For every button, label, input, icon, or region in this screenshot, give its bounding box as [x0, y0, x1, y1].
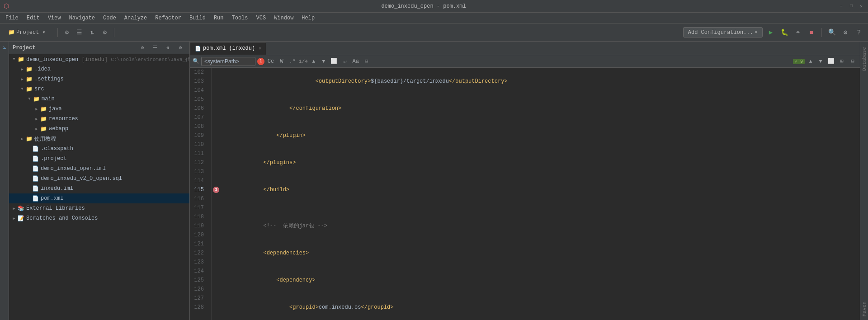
- tree-item-scratches[interactable]: ▶ 📝 Scratches and Consoles: [9, 213, 189, 223]
- tree-label-scratches: Scratches and Consoles: [26, 215, 98, 221]
- tree-item-iml1[interactable]: ▶ 📄 demo_inxedu_open.iml: [9, 164, 189, 174]
- tab-close-icon[interactable]: ✕: [259, 46, 261, 51]
- check-count-badge: ✓ 9: [793, 59, 805, 64]
- menu-edit[interactable]: Edit: [23, 14, 43, 22]
- menu-refactor[interactable]: Refactor: [151, 14, 185, 22]
- tree-item-external-libs[interactable]: ▶ 📚 External Libraries: [9, 203, 189, 213]
- search-filter-results-btn[interactable]: ⊟: [848, 57, 857, 66]
- gutter-128[interactable]: [212, 303, 221, 312]
- tree-item-root[interactable]: ▼ 📁 demo_inxedu_open [inxedu] C:\Tools\e…: [9, 54, 189, 64]
- tree-item-sql[interactable]: ▶ 📄 demo_inxedu_v2_0_open.sql: [9, 174, 189, 184]
- step-indicator-3: 3: [213, 187, 219, 193]
- gutter-111: [212, 149, 221, 158]
- search-prev-button[interactable]: ▲: [310, 57, 318, 66]
- gutter-103[interactable]: [212, 77, 221, 86]
- project-panel-icon[interactable]: P: [0, 43, 9, 52]
- settings-button[interactable]: ⚙: [840, 27, 851, 38]
- tree-label-settings: .settings: [34, 76, 64, 82]
- tree-item-iml2[interactable]: ▶ 📄 inxedu.iml: [9, 184, 189, 193]
- tree-item-pom[interactable]: ▶ 📄 pom.xml: [9, 193, 189, 203]
- sidebar-title-text: Project: [13, 45, 35, 51]
- match-case-btn[interactable]: Cc: [266, 57, 275, 66]
- tree-item-java[interactable]: ▶ 📁 java: [9, 104, 189, 114]
- menu-view[interactable]: View: [44, 14, 65, 22]
- tree-item-main[interactable]: ▼ 📁 main: [9, 94, 189, 104]
- line-num-114: 114: [190, 176, 208, 185]
- search-expand-btn[interactable]: ⬜: [826, 57, 835, 66]
- gutter-106[interactable]: [212, 104, 221, 113]
- code-line-110: <dependency>: [224, 267, 860, 294]
- tree-item-settings[interactable]: ▶ 📁 .settings: [9, 74, 189, 84]
- menu-run[interactable]: Run: [210, 14, 227, 22]
- right-panel-label-databases[interactable]: Database: [862, 47, 867, 71]
- sidebar-sort-icon[interactable]: ⇅: [162, 42, 173, 53]
- title-bar: ⬡ demo_inxedu_open - pom.xml – □ ✕: [0, 0, 868, 13]
- menu-help[interactable]: Help: [298, 14, 318, 22]
- maximize-button[interactable]: □: [848, 3, 854, 9]
- regex-btn[interactable]: .*: [288, 57, 297, 66]
- tree-item-resources[interactable]: ▶ 📁 resources: [9, 114, 189, 124]
- help-button[interactable]: ?: [854, 27, 864, 38]
- editor-content[interactable]: 102 103 104 105 106 107 108 109 110 111 …: [190, 68, 860, 320]
- check-prev-btn[interactable]: ▲: [807, 57, 815, 66]
- check-next-btn[interactable]: ▼: [816, 57, 825, 66]
- search-next-button[interactable]: ▼: [320, 57, 328, 66]
- menu-tools[interactable]: Tools: [228, 14, 252, 22]
- tree-item-project-file[interactable]: ▶ 📄 .project: [9, 154, 189, 164]
- menu-window[interactable]: Window: [270, 14, 297, 22]
- tab-pom-xml[interactable]: 📄 pom.xml (inxedu) ✕: [190, 42, 266, 55]
- search-input[interactable]: [201, 57, 255, 66]
- tree-icon-webapp: 📁: [40, 125, 47, 132]
- sidebar-filter-icon[interactable]: ⚙: [175, 42, 186, 53]
- search-everywhere-button[interactable]: 🔍: [826, 27, 837, 38]
- gutter-122[interactable]: [212, 249, 221, 258]
- search-in-selection-btn[interactable]: ⬜: [330, 57, 339, 66]
- minimize-button[interactable]: –: [838, 3, 844, 9]
- menu-build[interactable]: Build: [186, 14, 209, 22]
- menu-navigate[interactable]: Navigate: [65, 14, 99, 22]
- tree-item-idea[interactable]: ▶ 📁 .idea: [9, 64, 189, 74]
- code-lines[interactable]: <outputDirectory>${basedir}/target/inxed…: [221, 68, 860, 320]
- line-num-109: 109: [190, 131, 208, 140]
- tree-icon-main: 📁: [33, 95, 40, 103]
- menu-analyze[interactable]: Analyze: [121, 14, 151, 22]
- tree-icon-resources: 📁: [40, 115, 47, 122]
- toolbar-filter-btn[interactable]: ⚙: [99, 27, 110, 38]
- gutter-123[interactable]: [212, 258, 221, 267]
- gutter-116[interactable]: [212, 194, 221, 203]
- gutter-118[interactable]: [212, 212, 221, 221]
- editor-area: 📄 pom.xml (inxedu) ✕ 🔍 1 Cc W .* 1/4 ▲ ▼…: [190, 42, 860, 320]
- stop-button[interactable]: ■: [806, 27, 817, 38]
- toolbar-list-btn[interactable]: ☰: [74, 27, 85, 38]
- gutter-124: [212, 267, 221, 276]
- multiline-btn[interactable]: ↵: [340, 57, 349, 66]
- run-coverage-button[interactable]: ☂: [793, 27, 803, 38]
- gutter-110[interactable]: [212, 140, 221, 149]
- gutter-109[interactable]: [212, 131, 221, 140]
- tree-item-webapp[interactable]: ▶ 📁 webapp: [9, 124, 189, 134]
- line-num-117: 117: [190, 203, 208, 212]
- toolbar-settings-btn[interactable]: ⚙: [61, 27, 72, 38]
- tree-item-src[interactable]: ▼ 📁 src: [9, 84, 189, 94]
- sidebar-settings-icon[interactable]: ⚙: [137, 42, 148, 53]
- debug-button[interactable]: 🐛: [779, 27, 790, 38]
- gutter-105[interactable]: [212, 95, 221, 104]
- search-filter-btn[interactable]: ⊟: [362, 57, 371, 66]
- close-button[interactable]: ✕: [858, 3, 864, 9]
- right-panel-label-maven[interactable]: Maven: [862, 301, 867, 316]
- sidebar-layout-icon[interactable]: ☰: [150, 42, 160, 53]
- whole-word-btn[interactable]: W: [277, 57, 286, 66]
- add-configuration-button[interactable]: Add Configuration... ▾: [683, 27, 763, 38]
- gutter-127[interactable]: [212, 294, 221, 303]
- run-button[interactable]: ▶: [765, 27, 776, 38]
- search-preserve-case-btn[interactable]: Aa: [351, 57, 360, 66]
- search-columns-btn[interactable]: ⊞: [837, 57, 846, 66]
- menu-code[interactable]: Code: [99, 14, 120, 22]
- toolbar-sort-btn[interactable]: ⇅: [87, 27, 98, 38]
- project-dropdown[interactable]: 📁 Project ▾: [4, 28, 50, 37]
- tree-item-classpath[interactable]: ▶ 📄 .classpath: [9, 144, 189, 154]
- menu-file[interactable]: File: [2, 14, 22, 22]
- menu-vcs[interactable]: VCS: [253, 14, 270, 22]
- tree-item-tutorial[interactable]: ▶ 📁 使用教程: [9, 134, 189, 144]
- line-num-126: 126: [190, 285, 208, 294]
